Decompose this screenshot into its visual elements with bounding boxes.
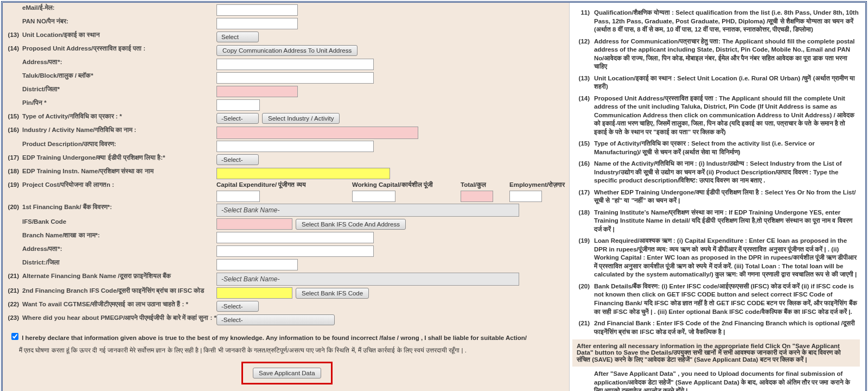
first-bank-label: 1st Financing Bank/ बैंक विवरण*: — [22, 204, 216, 211]
wc-input[interactable] — [352, 191, 395, 202]
alt-bank-label: Alternate Financing Bank Name /दूसरा फ़ा… — [22, 273, 216, 280]
address-label: Address/पता*: — [22, 59, 216, 66]
address-input[interactable] — [216, 59, 374, 70]
product-desc-label: Product Description/उत्पाद विवरण: — [22, 141, 216, 148]
instr-13: Unit Location/इकाई का स्थान : Select Uni… — [594, 74, 860, 91]
save-button-highlight: Save Applicant Data — [241, 362, 333, 384]
bank-district-label: District:/जिला — [22, 259, 216, 266]
instr-11: Qualification/शैक्षणिक योग्यता : Select … — [594, 9, 860, 34]
first-bank-select[interactable]: -Select Bank Name- — [216, 204, 519, 217]
edp-training-label: EDP Training Undergone/क्या ईडीपी प्रशिक… — [22, 154, 216, 161]
total-header: Total/कुल — [461, 181, 509, 188]
declaration-text-hi: मैं एतद घोषणा करता हूं कि ऊपर दी गई जानक… — [3, 346, 569, 358]
instr-14: Proposed Unit Address/प्रस्तावित इकाई पत… — [594, 94, 860, 137]
instr-note-upload: After "Save Applicant Data" , you need t… — [594, 370, 860, 391]
proposed-unit-address-label: Proposed Unit Address/प्रस्तावित इकाई पत… — [22, 45, 216, 52]
instr-15: Type of Activity/गतिविधि का प्रकार : Sel… — [594, 140, 860, 156]
district-input[interactable] — [216, 86, 298, 97]
instr-18: Training Institute's Name/प्रशिक्षण संस्… — [594, 209, 860, 234]
instr-21: 2nd Financial Bank : Enter IFS Code of t… — [594, 319, 860, 336]
taluk-label: Taluk/Block/तालुक / ब्लॉक* — [22, 72, 216, 79]
second-ifs-label: 2nd Financing Branch IFS Code/दूसरी फाइन… — [22, 287, 216, 294]
edp-instn-input[interactable] — [216, 168, 390, 179]
select-industry-button[interactable]: Select Industry / Activity — [262, 113, 340, 124]
taluk-input[interactable] — [216, 72, 374, 84]
bank-address-input[interactable] — [216, 245, 374, 257]
total-input[interactable] — [461, 191, 493, 202]
edp-instn-label: EDP Training Instn. Name/प्रशिक्षण संस्थ… — [22, 168, 216, 175]
ifs-code-label: IFS/Bank Code — [22, 218, 216, 225]
instr-note-save: After entering all necessary information… — [572, 339, 860, 367]
instr-17: Whether EDP Training Undergone/क्या ईडीप… — [594, 188, 860, 205]
wc-header: Working Capital/कार्यशील पूंजी — [352, 181, 461, 188]
instr-19: Loan Required/आवश्यक ऋण : (i) Capital Ex… — [594, 237, 860, 279]
unit-location-select[interactable]: Select — [216, 31, 259, 42]
select-ifs-button[interactable]: Select Bank IFS Code And Address — [296, 219, 406, 230]
activity-type-label: Type of Activity/गतिविधि का प्रकार : * — [22, 113, 216, 120]
emp-header: Employment/रोज़गार — [509, 181, 569, 188]
email-label: eMail/ई-मेल: — [22, 4, 216, 11]
bank-district-input[interactable] — [216, 259, 298, 270]
capex-input[interactable] — [216, 191, 260, 202]
pan-input[interactable] — [216, 18, 298, 29]
pin-input[interactable] — [216, 99, 260, 111]
emp-input[interactable] — [509, 191, 542, 202]
product-desc-input[interactable] — [216, 141, 374, 152]
cgtmse-label: Want To avail CGTMSE/सीजीटीएमएसई का लाभ … — [22, 301, 216, 308]
alt-bank-select[interactable]: -Select Bank Name- — [216, 273, 519, 286]
capex-header: Capital Expenditure/ पूंजीगत व्यय — [216, 181, 352, 188]
industry-name-input[interactable] — [216, 127, 418, 139]
pin-label: Pin/पिन * — [22, 99, 216, 106]
project-cost-label: Project Cost/परियोजना की लागतn : — [22, 181, 216, 188]
instr-12: Address for Communication/पत्राचार हेतु … — [594, 37, 860, 71]
unit-location-label: Unit Location/इकाई का स्थान — [22, 31, 216, 39]
activity-type-select[interactable]: -Select- — [216, 113, 259, 124]
copy-address-button[interactable]: Copy Communication Address To Unit Addre… — [216, 45, 358, 56]
industry-name-label: Industry / Activity Name/गतिविधि का नाम … — [22, 127, 216, 134]
declaration-text-en: I hereby declare that information given … — [22, 335, 527, 341]
branch-name-input[interactable] — [216, 232, 374, 243]
cgtmse-select[interactable]: -Select- — [216, 301, 259, 312]
bank-address-label: Address/पता*: — [22, 245, 216, 253]
district-label: District/जिला* — [22, 86, 216, 93]
instr-16: Name of the Activity/गतिविधि का नाम : (i… — [594, 160, 860, 185]
branch-name-label: Branch Name/शाखा का नाम*: — [22, 232, 216, 239]
pan-label: PAN NO/पैन नंबर: — [22, 18, 216, 25]
hear-about-label: Where did you hear about PMEGP/आपने पीएम… — [22, 314, 216, 321]
ifs-code-input[interactable] — [216, 218, 292, 230]
save-applicant-button[interactable]: Save Applicant Data — [253, 368, 321, 379]
edp-training-select[interactable]: -Select- — [216, 154, 259, 165]
hear-about-select[interactable]: -Select- — [216, 314, 335, 325]
declaration-checkbox[interactable] — [11, 333, 18, 340]
select-second-ifs-button[interactable]: Select Bank IFS Code — [296, 288, 369, 299]
instr-20: Bank Details/बैंक विवरण: (i) Enter IFSC … — [594, 282, 860, 316]
email-input[interactable] — [216, 4, 298, 16]
second-ifs-input[interactable] — [216, 287, 292, 299]
